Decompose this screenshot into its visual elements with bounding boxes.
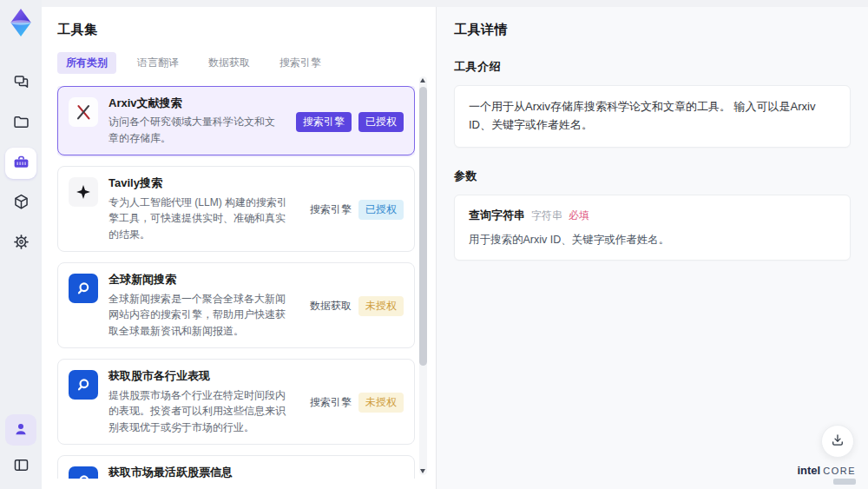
intro-heading: 工具介绍 xyxy=(454,59,851,75)
chat-icon xyxy=(12,73,30,94)
tool-name: Tavily搜索 xyxy=(108,175,293,191)
tool-badges: 搜索引擎 未授权 xyxy=(310,370,404,435)
sidebar-item-panel-toggle[interactable] xyxy=(5,451,36,482)
tool-category-badge: 搜索引擎 xyxy=(310,395,352,410)
tool-category-badge: 数据获取 xyxy=(310,299,352,314)
intel-core-logo: intel core xyxy=(797,465,856,485)
tool-description: 全球新闻搜索是一个聚合全球各大新闻网站内容的搜索引擎，帮助用户快速获取全球最新资… xyxy=(108,291,293,340)
scrollbar-track[interactable] xyxy=(419,76,427,475)
tool-text: Tavily搜索 专为人工智能代理 (LLM) 构建的搜索引擎工具，可快速提供实… xyxy=(108,175,293,242)
tool-name: 获取市场最活跃股票信息 xyxy=(108,465,293,479)
tool-list: Arxiv文献搜索 访问各个研究领域大量科学论文和文章的存储库。 搜索引擎 已授… xyxy=(57,86,415,479)
param-name: 查询字符串 xyxy=(469,208,525,223)
sidebar-bottom xyxy=(5,414,36,482)
tool-badges: 搜索引擎 已授权 xyxy=(296,97,404,146)
tool-name: 获取股市各行业表现 xyxy=(108,368,293,384)
scrollbar-thumb[interactable] xyxy=(419,87,427,366)
tool-card[interactable]: 全球新闻搜索 全球新闻搜索是一个聚合全球各大新闻网站内容的搜索引擎，帮助用户快速… xyxy=(57,262,415,348)
main-content: 工具集 所有类别 语言翻译 数据获取 搜索引擎 Arxiv文献搜索 访问各个研究… xyxy=(42,7,868,489)
param-header: 查询字符串 字符串 必填 xyxy=(469,208,836,223)
search-tool-icon xyxy=(69,370,98,400)
tool-badges: 搜索引擎 未授权 xyxy=(310,466,404,479)
tool-card[interactable]: Arxiv文献搜索 访问各个研究领域大量科学论文和文章的存储库。 搜索引擎 已授… xyxy=(57,86,415,155)
tool-auth-badge: 已授权 xyxy=(358,200,404,220)
tool-intro-card: 一个用于从Arxiv存储库搜索科学论文和文章的工具。 输入可以是Arxiv ID… xyxy=(454,85,851,148)
sidebar-item-chat[interactable] xyxy=(5,68,36,99)
tool-text: 获取市场最活跃股票信息 提供当天交易量最高的股票列表。投资者可以利用这些信息来识… xyxy=(108,465,293,479)
tab-data-fetch[interactable]: 数据获取 xyxy=(200,52,259,74)
search-tool-icon xyxy=(69,274,98,303)
tool-auth-badge: 已授权 xyxy=(358,112,404,132)
tool-text: Arxiv文献搜索 访问各个研究领域大量科学论文和文章的存储库。 xyxy=(108,96,279,146)
sidebar-item-packages[interactable] xyxy=(5,188,36,219)
sidebar-item-account[interactable] xyxy=(5,414,36,446)
param-required-badge: 必填 xyxy=(569,208,589,223)
settings-icon gear-icon xyxy=(12,233,30,254)
sidebar-item-files[interactable] xyxy=(5,108,36,139)
brand-core-text: core xyxy=(823,466,856,476)
folder-icon xyxy=(12,113,30,134)
param-description: 用于搜索的Arxiv ID、关键字或作者姓名。 xyxy=(469,232,836,248)
download-button[interactable] xyxy=(821,425,854,458)
toolbox-icon xyxy=(12,153,30,174)
star-tool-icon xyxy=(69,177,98,207)
tool-name: Arxiv文献搜索 xyxy=(108,96,279,111)
tool-auth-badge: 未授权 xyxy=(358,296,404,316)
tool-card[interactable]: 获取市场最活跃股票信息 提供当天交易量最高的股票列表。投资者可以利用这些信息来识… xyxy=(57,455,415,479)
tool-name: 全球新闻搜索 xyxy=(108,272,293,287)
tool-card[interactable]: 获取股市各行业表现 提供股票市场各个行业在特定时间段内的表现。投资者可以利用这些… xyxy=(57,359,415,445)
cube-icon xyxy=(12,193,30,214)
params-heading: 参数 xyxy=(454,169,851,184)
page-title: 工具集 xyxy=(57,22,415,38)
brand-ultra-bar xyxy=(833,479,856,485)
sidebar xyxy=(0,0,42,489)
param-card: 查询字符串 字符串 必填 用于搜索的Arxiv ID、关键字或作者姓名。 xyxy=(454,195,851,261)
tool-card[interactable]: Tavily搜索 专为人工智能代理 (LLM) 构建的搜索引擎工具，可快速提供实… xyxy=(57,166,415,252)
tool-description: 访问各个研究领域大量科学论文和文章的存储库。 xyxy=(108,114,279,146)
sidebar-item-settings[interactable] xyxy=(5,228,36,259)
tool-auth-badge: 未授权 xyxy=(358,393,404,413)
tool-text: 获取股市各行业表现 提供股票市场各个行业在特定时间段内的表现。投资者可以利用这些… xyxy=(108,368,293,435)
panel-toggle-icon xyxy=(12,456,30,477)
tools-panel: 工具集 所有类别 语言翻译 数据获取 搜索引擎 Arxiv文献搜索 访问各个研究… xyxy=(42,7,436,489)
tool-description: 提供股票市场各个行业在特定时间段内的表现。投资者可以利用这些信息来识别表现优于或… xyxy=(108,387,293,436)
tool-category-badge: 搜索引擎 xyxy=(296,112,352,132)
tool-badges: 搜索引擎 已授权 xyxy=(310,177,404,242)
search-tool-icon xyxy=(69,466,98,479)
scroll-up-arrow-icon[interactable] xyxy=(420,78,425,83)
download-icon xyxy=(830,433,845,451)
tool-badges: 数据获取 未授权 xyxy=(310,274,404,339)
brand-intel-text: intel xyxy=(797,465,820,477)
tool-text: 全球新闻搜索 全球新闻搜索是一个聚合全球各大新闻网站内容的搜索引擎，帮助用户快速… xyxy=(108,272,293,339)
tab-language-translation[interactable]: 语言翻译 xyxy=(128,52,187,74)
details-title: 工具详情 xyxy=(454,22,851,38)
tool-category-badge: 搜索引擎 xyxy=(310,202,352,217)
sidebar-item-tools[interactable] xyxy=(5,148,36,179)
tool-description: 专为人工智能代理 (LLM) 构建的搜索引擎工具，可快速提供实时、准确和真实的结… xyxy=(108,195,293,243)
tab-search-engine[interactable]: 搜索引擎 xyxy=(271,52,330,74)
scroll-down-arrow-icon[interactable] xyxy=(420,469,425,473)
app-logo gem-logo-icon xyxy=(5,7,36,38)
tab-all-categories[interactable]: 所有类别 xyxy=(57,52,116,74)
user-icon xyxy=(12,420,30,440)
sidebar-nav xyxy=(5,68,36,259)
tool-details-panel: 工具详情 工具介绍 一个用于从Arxiv存储库搜索科学论文和文章的工具。 输入可… xyxy=(436,7,868,489)
arxiv-tool-icon xyxy=(69,97,98,127)
param-type: 字符串 xyxy=(531,208,562,223)
category-tabs: 所有类别 语言翻译 数据获取 搜索引擎 xyxy=(57,52,415,74)
